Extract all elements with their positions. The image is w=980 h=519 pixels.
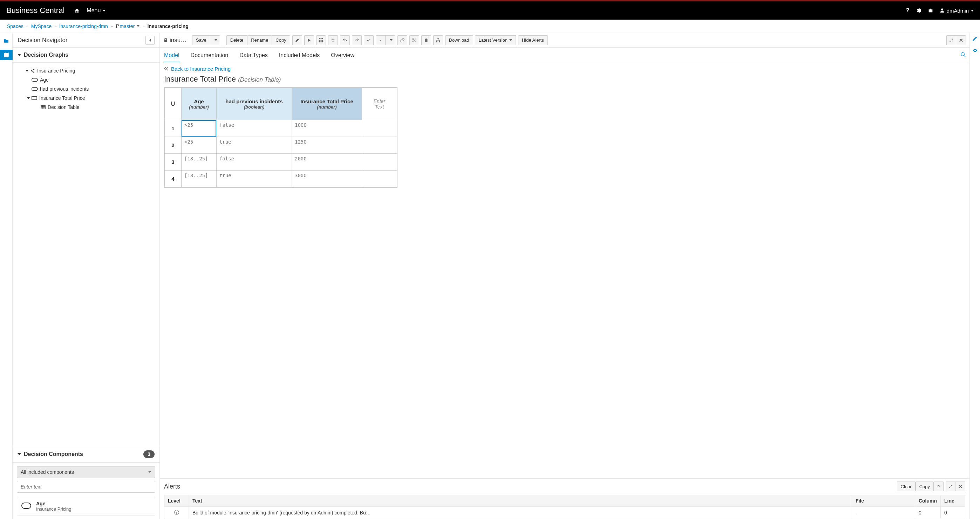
- validate-button[interactable]: [364, 35, 374, 45]
- grid-button[interactable]: [316, 35, 326, 45]
- cell-age[interactable]: >25: [181, 137, 216, 154]
- cell-output[interactable]: 1250: [292, 137, 362, 154]
- cell-annotation[interactable]: [362, 154, 397, 171]
- tree-decision[interactable]: Insurance Total Price: [16, 94, 159, 103]
- trash-button[interactable]: [328, 35, 338, 45]
- rail-folder-button[interactable]: [0, 36, 13, 46]
- cell-annotation[interactable]: [362, 171, 397, 187]
- link-button[interactable]: [398, 35, 407, 45]
- menu-dropdown[interactable]: Menu: [87, 7, 105, 14]
- cell-prev[interactable]: true: [216, 137, 292, 154]
- settings-button[interactable]: [916, 8, 921, 13]
- latest-version-button[interactable]: Latest Version: [475, 35, 516, 45]
- delete-button[interactable]: Delete: [226, 35, 247, 45]
- cell-annotation[interactable]: [362, 120, 397, 137]
- row-number[interactable]: 1: [165, 120, 181, 137]
- tree-input-prev[interactable]: had previous incidents: [16, 84, 159, 94]
- redo-button[interactable]: [352, 35, 362, 45]
- cell-output[interactable]: 3000: [292, 171, 362, 187]
- alert-column: 0: [915, 507, 940, 519]
- alerts-copy-button[interactable]: Copy: [915, 481, 934, 491]
- user-menu[interactable]: dmAdmin: [940, 8, 974, 14]
- tab-model[interactable]: Model: [163, 49, 180, 62]
- sitemap-button[interactable]: [433, 35, 443, 45]
- column-header-prev[interactable]: had previous incidents (boolean): [216, 88, 292, 120]
- caret-down-icon: [25, 70, 29, 72]
- decision-graphs-header[interactable]: Decision Graphs: [13, 48, 159, 63]
- cell-output[interactable]: 1000: [292, 120, 362, 137]
- rail-map-button[interactable]: [0, 50, 13, 60]
- annotation-header[interactable]: Enter Text: [362, 88, 397, 120]
- breadcrumb-space[interactable]: MySpace: [31, 24, 51, 29]
- tab-data-types[interactable]: Data Types: [239, 49, 269, 62]
- alert-row[interactable]: ⓘ Build of module 'insurance-pricing-dmn…: [164, 507, 965, 519]
- column-header-output[interactable]: Insurance Total Price (number): [292, 88, 362, 120]
- cell-prev[interactable]: false: [216, 120, 292, 137]
- alerts-col-level[interactable]: Level: [164, 495, 189, 507]
- tab-included-models[interactable]: Included Models: [278, 49, 321, 62]
- alerts-col-line[interactable]: Line: [941, 495, 965, 507]
- back-link[interactable]: Back to Insurance Pricing: [164, 66, 965, 72]
- breadcrumb-sep: »: [26, 24, 29, 29]
- eye-button[interactable]: [972, 48, 978, 54]
- file-title: insu…: [163, 37, 188, 44]
- alerts-expand-button[interactable]: [946, 481, 956, 491]
- cell-age[interactable]: [18..25]: [181, 154, 216, 171]
- alerts-close-button[interactable]: [956, 481, 965, 491]
- column-header-age[interactable]: Age (number): [181, 88, 216, 120]
- row-number[interactable]: 3: [165, 154, 181, 171]
- decision-components-header[interactable]: Decision Components 3: [13, 446, 159, 462]
- close-button[interactable]: [956, 35, 966, 45]
- alerts-col-file[interactable]: File: [852, 495, 915, 507]
- close-icon: [959, 38, 963, 42]
- breadcrumb-branch[interactable]: P master: [116, 24, 140, 29]
- editor-content: Back to Insurance Pricing Insurance Tota…: [160, 63, 969, 476]
- apps-button[interactable]: [928, 8, 933, 13]
- breadcrumb-spaces[interactable]: Spaces: [7, 24, 24, 29]
- components-filter-select[interactable]: All included components: [17, 466, 155, 478]
- tab-search-button[interactable]: [960, 52, 966, 59]
- cell-prev[interactable]: true: [216, 171, 292, 187]
- export-button[interactable]: [376, 35, 385, 45]
- help-button[interactable]: ?: [906, 7, 910, 14]
- svg-rect-6: [41, 105, 45, 109]
- eraser-button[interactable]: [292, 35, 302, 45]
- components-search-input[interactable]: [17, 481, 155, 493]
- cut-button[interactable]: [409, 35, 419, 45]
- tree-decision-table[interactable]: Decision Table: [16, 103, 159, 112]
- cell-age[interactable]: >25: [181, 120, 216, 137]
- hide-alerts-button[interactable]: Hide Alerts: [518, 35, 548, 45]
- row-number[interactable]: 4: [165, 171, 181, 187]
- cell-age[interactable]: [18..25]: [181, 171, 216, 187]
- tree-root[interactable]: Insurance Pricing: [16, 66, 159, 75]
- alerts-refresh-button[interactable]: [934, 481, 943, 491]
- decision-graphs-label: Decision Graphs: [24, 52, 68, 58]
- rename-button[interactable]: Rename: [247, 35, 272, 45]
- save-button[interactable]: Save: [192, 35, 210, 45]
- download-text-button[interactable]: Download: [445, 35, 473, 45]
- cell-output[interactable]: 2000: [292, 154, 362, 171]
- tab-documentation[interactable]: Documentation: [190, 49, 229, 62]
- component-card-age[interactable]: Age Insurance Pricing: [17, 497, 155, 516]
- hit-policy-cell[interactable]: U: [165, 88, 181, 120]
- alerts-col-column[interactable]: Column: [915, 495, 940, 507]
- copy-button[interactable]: Copy: [272, 35, 290, 45]
- cell-annotation[interactable]: [362, 137, 397, 154]
- question-icon: ?: [906, 7, 910, 14]
- save-dropdown[interactable]: [210, 35, 220, 45]
- home-button[interactable]: [72, 6, 81, 15]
- alerts-clear-button[interactable]: Clear: [897, 481, 915, 491]
- tab-overview[interactable]: Overview: [330, 49, 355, 62]
- expand-button[interactable]: [947, 35, 956, 45]
- edit-button[interactable]: [972, 36, 978, 42]
- collapse-panel-button[interactable]: [145, 36, 154, 45]
- export-dropdown[interactable]: [385, 35, 395, 45]
- paste-button[interactable]: [421, 35, 431, 45]
- play-button[interactable]: [304, 35, 314, 45]
- tree-input-age[interactable]: Age: [16, 75, 159, 84]
- alerts-col-text[interactable]: Text: [189, 495, 852, 507]
- cell-prev[interactable]: false: [216, 154, 292, 171]
- row-number[interactable]: 2: [165, 137, 181, 154]
- breadcrumb-project[interactable]: insurance-pricing-dmn: [59, 24, 108, 29]
- undo-button[interactable]: [340, 35, 350, 45]
